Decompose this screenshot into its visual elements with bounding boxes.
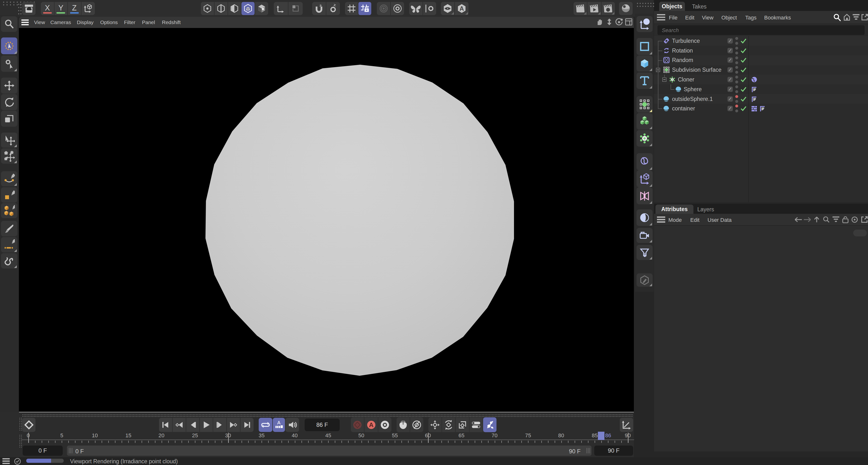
svg-text:35: 35 bbox=[259, 433, 265, 438]
svg-text:25: 25 bbox=[192, 433, 198, 438]
svg-text:55: 55 bbox=[392, 433, 398, 438]
svg-text:45: 45 bbox=[325, 433, 331, 438]
svg-text:70: 70 bbox=[492, 433, 497, 438]
svg-text:10: 10 bbox=[92, 433, 98, 438]
svg-text:40: 40 bbox=[292, 433, 298, 438]
svg-text:50: 50 bbox=[359, 433, 364, 438]
svg-text:15: 15 bbox=[125, 433, 131, 438]
svg-text:65: 65 bbox=[459, 433, 464, 438]
svg-text:85: 85 bbox=[592, 433, 598, 438]
svg-text:0: 0 bbox=[27, 433, 30, 438]
svg-text:A: A bbox=[460, 5, 464, 12]
svg-text:90: 90 bbox=[625, 433, 631, 438]
svg-text:60: 60 bbox=[425, 433, 431, 438]
svg-text:5: 5 bbox=[60, 433, 63, 438]
svg-text:30: 30 bbox=[225, 433, 231, 438]
svg-text:75: 75 bbox=[525, 433, 531, 438]
svg-text:86: 86 bbox=[605, 433, 611, 438]
svg-text:A: A bbox=[369, 421, 373, 429]
svg-text:80: 80 bbox=[558, 433, 564, 438]
svg-text:20: 20 bbox=[158, 433, 164, 438]
svg-text:A: A bbox=[277, 420, 281, 425]
